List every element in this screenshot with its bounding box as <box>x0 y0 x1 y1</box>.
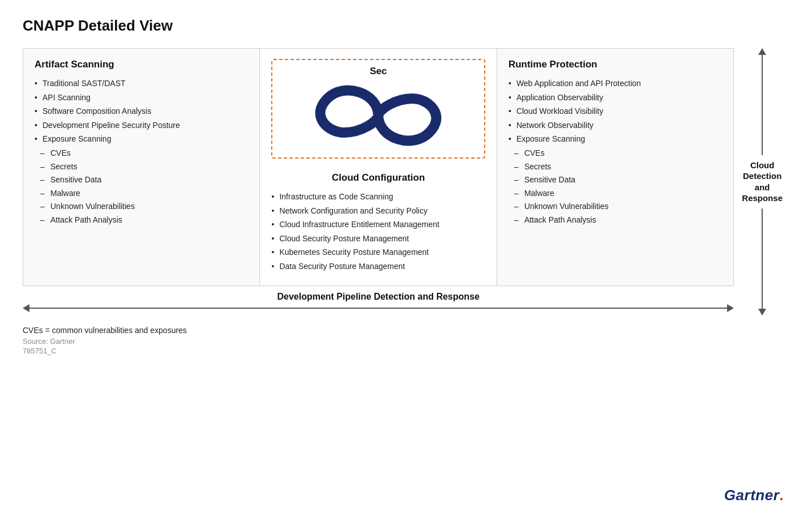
sub-list-item: CVEs <box>40 148 248 159</box>
main-content-box: Artifact Scanning Traditional SAST/DAST … <box>23 48 734 286</box>
artifact-scanning-sublist: CVEs Secrets Sensitive Data Malware Unkn… <box>40 148 248 226</box>
svg-text:Ops: Ops <box>403 109 422 121</box>
list-item: Exposure Scanning <box>508 134 722 145</box>
sub-list-item: CVEs <box>514 148 722 159</box>
footnote-section: CVEs = common vulnerabilities and exposu… <box>23 326 789 355</box>
list-item: Cloud Infrastructure Entitlement Managem… <box>271 219 485 231</box>
sub-list-item: Sensitive Data <box>40 174 248 186</box>
vertical-line-2 <box>762 208 763 309</box>
sub-list-item: Sensitive Data <box>514 174 722 186</box>
list-item: Software Composition Analysis <box>35 106 248 117</box>
sub-list-item: Secrets <box>40 161 248 173</box>
list-item: Kubernetes Security Posture Management <box>271 247 485 258</box>
vertical-arrow: CloudDetectionandResponse <box>740 48 785 316</box>
sub-list-item: Malware <box>40 188 248 199</box>
sub-list-item: Unknown Vulnerabilities <box>514 201 722 212</box>
sub-list-item: Attack Path Analysis <box>40 215 248 226</box>
sub-list-item: Secrets <box>514 161 722 173</box>
cloud-config-list: Infrastructure as Code Scanning Network … <box>271 191 485 272</box>
runtime-protection-sublist: CVEs Secrets Sensitive Data Malware Unkn… <box>514 148 722 226</box>
pipeline-label: Development Pipeline Detection and Respo… <box>277 292 479 302</box>
sub-list-item: Unknown Vulnerabilities <box>40 201 248 212</box>
down-arrow-head <box>758 309 766 316</box>
svg-text:Dev: Dev <box>335 109 354 121</box>
left-arrow-head <box>23 304 29 312</box>
list-item: Cloud Workload Visibility <box>508 106 722 117</box>
list-item: Infrastructure as Code Scanning <box>271 191 485 203</box>
infinity-diagram: Dev Ops <box>310 82 446 150</box>
footnote-cves: CVEs = common vulnerabilities and exposu… <box>23 326 789 335</box>
list-item: Development Pipeline Security Posture <box>35 120 248 131</box>
sec-label: Sec <box>370 66 387 77</box>
vertical-line <box>762 55 763 155</box>
list-item: Exposure Scanning <box>35 134 248 145</box>
gartner-logo: Gartner. <box>724 487 784 504</box>
cloud-config-header: Cloud Configuration <box>271 172 485 184</box>
list-item: Cloud Security Posture Management <box>271 233 485 245</box>
arrow-line <box>29 308 727 309</box>
pipeline-section: Development Pipeline Detection and Respo… <box>23 292 734 316</box>
runtime-protection-list: Web Application and API Protection Appli… <box>508 78 722 145</box>
list-item: Traditional SAST/DAST <box>35 78 248 89</box>
list-item: Data Security Posture Management <box>271 261 485 272</box>
page-title: CNAPP Detailed View <box>23 17 789 35</box>
artifact-scanning-list: Traditional SAST/DAST API Scanning Softw… <box>35 78 248 145</box>
cloud-config-list-area: Cloud Configuration Infrastructure as Co… <box>271 167 485 275</box>
list-item: Web Application and API Protection <box>508 78 722 89</box>
sub-list-item: Malware <box>514 188 722 199</box>
footnote-source: Source: Gartner <box>23 337 789 346</box>
artifact-scanning-col: Artifact Scanning Traditional SAST/DAST … <box>23 49 260 285</box>
list-item: API Scanning <box>35 92 248 104</box>
cdr-label-container: CloudDetectionandResponse <box>740 155 785 208</box>
runtime-protection-col: Runtime Protection Web Application and A… <box>497 49 733 285</box>
cloud-config-col: Sec Dev Ops <box>260 49 497 285</box>
list-item: Network Configuration and Security Polic… <box>271 206 485 217</box>
right-arrow-head <box>727 304 734 312</box>
gartner-text: Gartner <box>724 487 779 504</box>
list-item: Network Observability <box>508 120 722 131</box>
gartner-dot: . <box>779 487 784 504</box>
footnote-id: 785751_C <box>23 347 789 355</box>
cdr-arrow-col: CloudDetectionandResponse <box>734 48 789 316</box>
horizontal-arrow <box>23 304 734 312</box>
cdr-label: CloudDetectionandResponse <box>740 160 785 204</box>
list-item: Application Observability <box>508 92 722 104</box>
center-inner: Sec Dev Ops <box>271 59 485 275</box>
up-arrow-head <box>758 48 766 55</box>
diagram-wrapper: Artifact Scanning Traditional SAST/DAST … <box>23 48 789 316</box>
sub-list-item: Attack Path Analysis <box>514 215 722 226</box>
runtime-protection-header: Runtime Protection <box>508 59 722 70</box>
artifact-scanning-header: Artifact Scanning <box>35 59 248 70</box>
devops-dashed-box: Sec Dev Ops <box>271 59 485 159</box>
